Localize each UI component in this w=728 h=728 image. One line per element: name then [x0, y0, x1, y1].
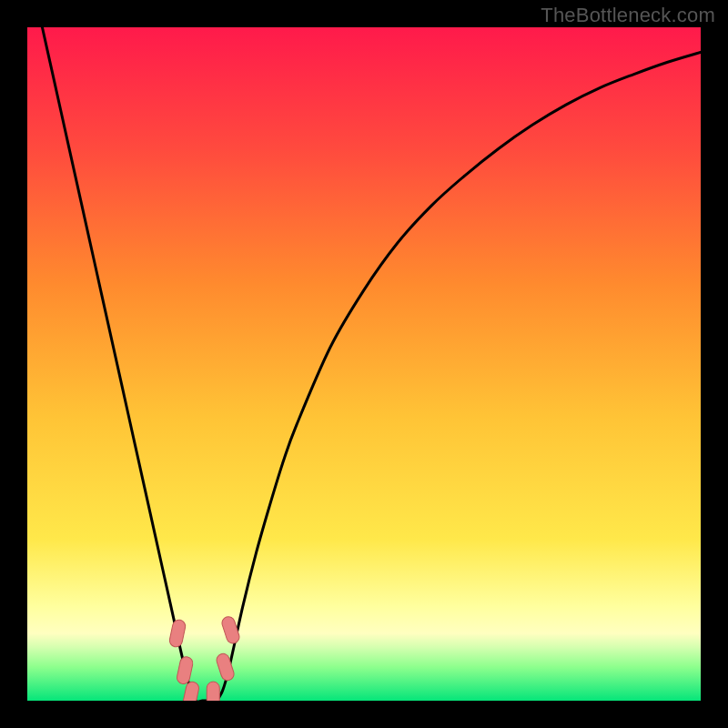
plot-area	[27, 27, 701, 701]
gradient-background	[27, 27, 701, 701]
watermark-text: TheBottleneck.com	[541, 4, 715, 27]
chart-frame: TheBottleneck.com	[0, 0, 728, 728]
plot-svg	[27, 27, 701, 701]
curve-marker	[207, 682, 219, 701]
